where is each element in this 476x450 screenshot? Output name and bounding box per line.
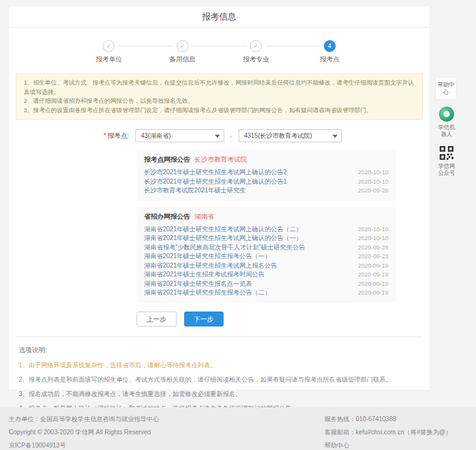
previous-step-button[interactable]: 上一步 bbox=[137, 311, 177, 327]
announcement-date: 2020-09-28 bbox=[358, 186, 388, 196]
floating-side-widgets: 帮助中心 学信机器人 学信网公众号 bbox=[436, 78, 457, 177]
options-note-line: 3、报名成功后，不能再修改报考点，请考生慎重选择，如需修改必须重新报名。 bbox=[19, 390, 420, 398]
notice-line: 1、招生单位、考试方式、报考点等为报考关键信息，在提交信息后不允许修改，网报时间… bbox=[24, 78, 415, 97]
exam-site-announcement-board: 报考点网报公告 长沙市教育考试院 长沙市2021年硕士研究生招生考试网上确认的公… bbox=[137, 150, 396, 201]
announcement-row: 长沙市2021年硕士研究生招生考试网上确认的公告2 2020-10-10 bbox=[144, 168, 388, 177]
province-announcement-board: 省招办网报公告 湖南省 湖南省2021年硕士研究生招生考试网上确认的公告（二） … bbox=[137, 207, 396, 303]
chat-robot-widget[interactable]: 学信机器人 bbox=[436, 107, 457, 138]
step-exam-site: 4 报考点 bbox=[293, 40, 367, 64]
notice-line: 3、报考点的设置由各报考点所在省级管理部门设定，请仔细阅读报考点及省级管理部门的… bbox=[24, 106, 415, 115]
footer-host: 主办单位：全国高等学校学生信息咨询与就业指导中心 bbox=[9, 412, 159, 426]
announcement-date: 2020-09-19 bbox=[358, 261, 388, 271]
board-title: 报考点网报公告 bbox=[144, 155, 190, 163]
options-note-title: 选项说明: bbox=[19, 346, 420, 355]
announcement-link[interactable]: 湖南省2021年硕士研究生报名点一览表 bbox=[144, 280, 252, 289]
wizard-buttons: 上一步 下一步 bbox=[137, 311, 430, 327]
step-label: 报考单位 bbox=[72, 55, 146, 64]
required-asterisk: * bbox=[103, 132, 106, 139]
select-separator: - bbox=[230, 132, 232, 140]
province-select-value: 43(湖南省) bbox=[141, 132, 171, 139]
announcement-link[interactable]: 长沙市教育考试院2021年硕士研究生 bbox=[144, 186, 246, 196]
check-circle-icon: ✓ bbox=[250, 40, 262, 52]
province-select[interactable]: 43(湖南省) bbox=[135, 129, 224, 142]
announcement-row: 湖南省2021年硕士研究生报名点一览表 2020-09-19 bbox=[144, 280, 388, 289]
announcement-row: 湖南省2021年硕士研究生招生考试网上确认的公告（二） 2020-10-10 bbox=[144, 225, 388, 234]
step-major: ✓ 报考专业 bbox=[219, 40, 293, 64]
announcement-link[interactable]: 长沙市2021年硕士研究生招生考试网上确认的公告2 bbox=[144, 168, 287, 177]
exam-site-label: *报考点: bbox=[9, 132, 129, 140]
announcement-link[interactable]: 湖南省2021年硕士生招生考试报考时间公告 bbox=[144, 270, 264, 280]
announcement-date: 2020-09-19 bbox=[358, 280, 388, 289]
board-subtitle: 长沙市教育考试院 bbox=[194, 155, 247, 163]
exam-site-form-row: *报考点: 43(湖南省) - 4315(长沙市教育考试院) bbox=[9, 129, 430, 142]
announcement-date: 2020-09-28 bbox=[358, 243, 388, 253]
step-number-badge: 4 bbox=[324, 40, 336, 52]
notice-line: 2、请仔细阅读省招办和报考点的网报公告，以免导致报名无效。 bbox=[24, 97, 415, 106]
next-step-button[interactable]: 下一步 bbox=[184, 311, 224, 327]
footer-icp: 京ICP备19004913号 bbox=[9, 439, 159, 450]
announcement-link[interactable]: 湖南省2021年硕士研究生招生考试网上确认的公告（一） bbox=[144, 234, 302, 243]
announcement-date: 2020-09-19 bbox=[358, 288, 388, 298]
announcement-date: 2020-10-10 bbox=[358, 225, 388, 234]
announcement-date: 2020-10-10 bbox=[358, 177, 388, 187]
step-label: 报考专业 bbox=[219, 55, 293, 64]
application-info-card: 报考信息 ✓ 报考单位 ✓ 备用信息 ✓ 报考专业 4 报考点 1、招生单位、考… bbox=[9, 6, 430, 390]
announcement-link[interactable]: 湖南省2021年硕士研究生招生考试网上报名公告 bbox=[144, 261, 277, 271]
check-circle-icon: ✓ bbox=[177, 40, 189, 52]
footer-copyright: Copyright © 2003-2020 学信网 All Rights Res… bbox=[9, 426, 159, 439]
announcement-date: 2020-10-10 bbox=[358, 168, 388, 177]
board-header: 省招办网报公告 湖南省 bbox=[144, 212, 388, 221]
exam-site-select[interactable]: 4315(长沙市教育考试院) bbox=[239, 129, 342, 142]
chevron-down-icon bbox=[333, 135, 338, 138]
robot-label: 学信机器人 bbox=[436, 124, 457, 138]
exam-site-select-value: 4315(长沙市教育考试院) bbox=[244, 132, 313, 139]
footer-right-column: 服务热线：010-67410388 客服邮箱：kefu#chsi.com.cn（… bbox=[324, 412, 452, 450]
page-title: 报考信息 bbox=[9, 6, 430, 28]
help-center-widget[interactable]: 帮助中心 bbox=[436, 78, 456, 99]
announcement-date: 2020-09-19 bbox=[358, 270, 388, 280]
announcement-row: 湖南省2021年硕士研究生招生考试网上报名公告 2020-09-19 bbox=[144, 261, 388, 271]
announcement-link[interactable]: 湖南省报考“少数民族高层次骨干人才计划”硕士研究生公告 bbox=[144, 243, 305, 253]
announcement-date: 2020-10-10 bbox=[358, 234, 388, 243]
announcement-link[interactable]: 湖南省2021年硕士研究生招生报考公告（二） bbox=[144, 288, 271, 298]
announcement-link[interactable]: 长沙市2021年硕士研究生招生考试网上确认的公告1 bbox=[144, 177, 287, 187]
robot-icon bbox=[439, 107, 454, 122]
qr-code-icon bbox=[439, 145, 454, 160]
chevron-down-icon bbox=[215, 135, 220, 138]
check-circle-icon: ✓ bbox=[103, 40, 115, 52]
board-title: 省招办网报公告 bbox=[144, 212, 190, 220]
step-progress: ✓ 报考单位 ✓ 备用信息 ✓ 报考专业 4 报考点 bbox=[72, 40, 366, 64]
options-note-section: 选项说明: 1、由于网络环境及系统复杂性，选择省市后，请耐心等待报考点列表。 2… bbox=[9, 337, 430, 412]
announcement-row: 湖南省报考“少数民族高层次骨干人才计划”硕士研究生公告 2020-09-28 bbox=[144, 243, 388, 253]
announcement-row: 长沙市2021年硕士研究生招生考试网上确认的公告1 2020-10-10 bbox=[144, 177, 388, 187]
step-backup-info: ✓ 备用信息 bbox=[146, 40, 220, 64]
announcement-row: 长沙市教育考试院2021年硕士研究生 2020-09-28 bbox=[144, 186, 388, 196]
board-header: 报考点网报公告 长沙市教育考试院 bbox=[144, 155, 388, 164]
step-label: 备用信息 bbox=[146, 55, 220, 64]
options-note-line: 2、报考点列表是和前面填写的招生单位、考试方式等相关联的，请仔细阅读相关公告，如… bbox=[19, 376, 420, 384]
announcement-date: 2020-09-23 bbox=[358, 252, 388, 261]
board-subtitle: 湖南省 bbox=[194, 212, 214, 220]
footer-email: 客服邮箱：kefu#chsi.com.cn（将#替换为@） bbox=[324, 426, 452, 439]
announcement-row: 湖南省2021年硕士研究生招生考试网上确认的公告（一） 2020-10-10 bbox=[144, 234, 388, 243]
notice-box: 1、招生单位、考试方式、报考点等为报考关键信息，在提交信息后不允许修改，网报时间… bbox=[16, 73, 423, 120]
announcement-link[interactable]: 湖南省2021年硕士研究生招生报考公告（一） bbox=[144, 252, 271, 261]
step-label: 报考点 bbox=[293, 55, 367, 64]
options-note-line: 1、由于网络环境及系统复杂性，选择省市后，请耐心等待报考点列表。 bbox=[19, 362, 420, 369]
announcement-row: 湖南省2021年硕士生招生考试报考时间公告 2020-09-19 bbox=[144, 270, 388, 280]
qr-code-label: 学信网公众号 bbox=[436, 163, 457, 177]
announcement-row: 湖南省2021年硕士研究生招生报考公告（二） 2020-09-19 bbox=[144, 288, 388, 298]
step-enrollment-unit: ✓ 报考单位 bbox=[72, 40, 146, 64]
page-footer: 主办单位：全国高等学校学生信息咨询与就业指导中心 Copyright © 200… bbox=[0, 407, 476, 450]
footer-left-column: 主办单位：全国高等学校学生信息咨询与就业指导中心 Copyright © 200… bbox=[9, 412, 159, 450]
announcement-link[interactable]: 湖南省2021年硕士研究生招生考试网上确认的公告（二） bbox=[144, 225, 302, 234]
footer-help-center-link[interactable]: 帮助中心 bbox=[324, 439, 452, 450]
announcement-row: 湖南省2021年硕士研究生招生报考公告（一） 2020-09-23 bbox=[144, 252, 388, 261]
qr-code-widget[interactable]: 学信网公众号 bbox=[436, 145, 457, 177]
footer-hotline: 服务热线：010-67410388 bbox=[324, 412, 452, 426]
